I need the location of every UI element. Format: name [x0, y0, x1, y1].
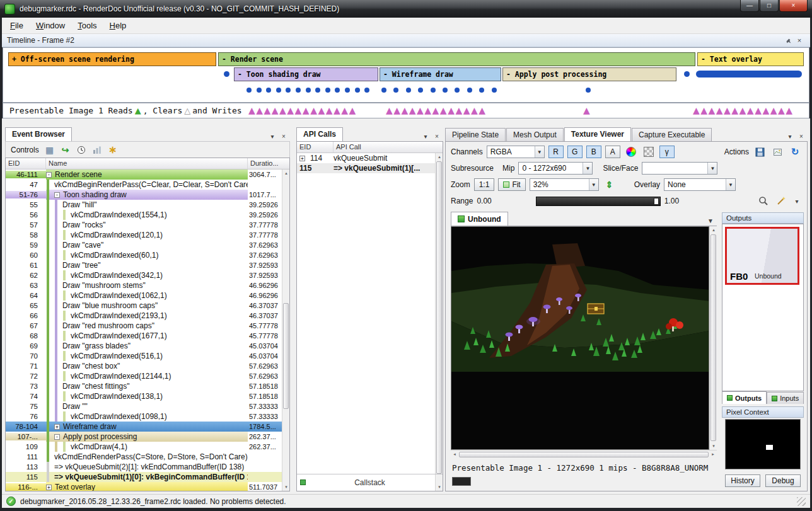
event-row[interactable]: 61Draw "tree"37.92593: [6, 260, 282, 270]
event-row[interactable]: 109vkCmdDraw(4,1)262.37...: [6, 442, 282, 452]
event-row[interactable]: 76vkCmdDrawIndexed(1098,1)57.33333: [6, 411, 282, 422]
event-browser-scrollbar[interactable]: ▴ ▾: [282, 169, 289, 491]
event-row[interactable]: 73Draw "chest fittings"57.18518: [6, 381, 282, 391]
color-wheel-icon[interactable]: [624, 146, 638, 158]
pixel-history-wand-icon[interactable]: [774, 195, 788, 207]
debug-button[interactable]: Debug: [765, 474, 801, 487]
callstack-divider[interactable]: [297, 474, 443, 474]
tab-api-calls[interactable]: API Calls: [296, 127, 343, 141]
column-duration[interactable]: Duratio...: [248, 158, 282, 169]
zoom-dropdown[interactable]: 32%▼: [530, 178, 599, 191]
event-row[interactable]: 63Draw "mushroom stems"46.96296: [6, 280, 282, 290]
api-calls-close-icon[interactable]: ×: [432, 132, 442, 141]
scrollbar-thumb[interactable]: [710, 234, 716, 441]
maximize-button[interactable]: □: [760, 0, 779, 12]
scrollbar-thumb[interactable]: [459, 452, 709, 457]
tab-event-browser[interactable]: Event Browser: [5, 127, 72, 141]
api-call-row[interactable]: 115=> vkQueueSubmit(1)[...: [297, 163, 443, 173]
right-panel-tablist-icon[interactable]: ▾: [785, 132, 795, 141]
event-row[interactable]: 67Draw "red mushroom caps"45.77778: [6, 321, 282, 331]
scroll-up-icon[interactable]: ▴: [436, 153, 443, 161]
timeline-close-icon[interactable]: ×: [794, 35, 805, 45]
tab-unbound-texture[interactable]: Unbound: [451, 212, 508, 226]
tab-mesh-output[interactable]: Mesh Output: [506, 128, 564, 141]
tab-inputs[interactable]: Inputs: [767, 392, 804, 404]
refresh-icon[interactable]: ↻: [788, 146, 802, 158]
event-row[interactable]: 107-...-Apply post processing262.37...: [6, 432, 282, 442]
channel-red-button[interactable]: R: [548, 146, 564, 158]
pin-icon[interactable]: [782, 35, 794, 45]
expander-plus-icon[interactable]: +: [54, 424, 60, 430]
bookmark-star-icon[interactable]: ∗: [108, 145, 118, 155]
event-row[interactable]: 68vkCmdDrawIndexed(1677,1)45.77778: [6, 331, 282, 341]
menu-item-file[interactable]: File: [4, 18, 30, 33]
channel-alpha-button[interactable]: A: [605, 146, 620, 158]
columns-icon[interactable]: ▦: [45, 145, 55, 155]
mip-dropdown[interactable]: 0 - 1272x690▼: [518, 162, 593, 175]
event-row[interactable]: 55Draw "hill"39.25926: [6, 200, 282, 210]
slice-face-dropdown[interactable]: ▼: [642, 162, 717, 175]
event-browser-close-icon[interactable]: ×: [279, 132, 289, 141]
timeline-body[interactable]: + Off-screen scene rendering- Render sce…: [3, 47, 809, 103]
api-calls-scrollbar[interactable]: ▴ ▾: [435, 153, 443, 491]
minimize-button[interactable]: —: [740, 0, 759, 12]
event-row[interactable]: 115=> vkQueueSubmit(1)[0]: vkBeginComman…: [6, 472, 282, 482]
event-row[interactable]: 64vkCmdDrawIndexed(1062,1)46.96296: [6, 290, 282, 301]
scrollbar-thumb[interactable]: [436, 161, 442, 474]
event-row[interactable]: 51-76-Toon shading draw1017.7...: [6, 190, 282, 200]
event-row[interactable]: 47vkCmdBeginRenderPass(C=Clear, D=Clear,…: [6, 180, 282, 190]
pixel-context-view[interactable]: [725, 419, 801, 469]
menu-item-tools[interactable]: Tools: [71, 18, 103, 33]
event-row[interactable]: 71Draw "chest box"57.62963: [6, 361, 282, 371]
gamma-button[interactable]: γ: [659, 146, 675, 158]
event-row[interactable]: 72vkCmdDrawIndexed(12144,1)57.62963: [6, 371, 282, 381]
right-panel-close-icon[interactable]: ×: [796, 132, 806, 141]
expander-plus-icon[interactable]: +: [46, 485, 52, 490]
timeline-marker-bar[interactable]: - Toon shading draw: [234, 67, 378, 81]
event-browser-tablist-icon[interactable]: ▾: [267, 132, 277, 141]
event-row[interactable]: 116-...+Text overlay511.7037: [6, 482, 282, 491]
flip-y-icon[interactable]: ⇕: [603, 178, 617, 191]
event-row[interactable]: 46-111-Render scene3064.7...: [6, 169, 282, 180]
column-eid[interactable]: EID: [6, 158, 46, 169]
expander-minus-icon[interactable]: -: [54, 434, 60, 440]
scrollbar-thumb[interactable]: [283, 303, 289, 409]
channel-green-button[interactable]: G: [567, 146, 583, 158]
timeline-marker-bar[interactable]: - Wireframe draw: [380, 67, 501, 81]
resize-grip-icon[interactable]: [797, 497, 806, 506]
title-bar[interactable]: debugmarker.rdc - RenderDoc Unofficial r…: [0, 0, 812, 18]
timeline-marker-bar[interactable]: + Off-screen scene rendering: [8, 52, 216, 66]
magnifier-icon[interactable]: [757, 195, 770, 207]
expander-minus-icon[interactable]: -: [54, 192, 60, 198]
event-row[interactable]: 62vkCmdDrawIndexed(342,1)37.92593: [6, 270, 282, 280]
event-row[interactable]: 66vkCmdDrawIndexed(2193,1)46.37037: [6, 311, 282, 321]
event-row[interactable]: 69Draw "grass blades"45.03704: [6, 341, 282, 351]
statistics-icon[interactable]: [92, 145, 102, 155]
api-calls-tablist-icon[interactable]: ▾: [420, 132, 431, 141]
scroll-up-icon[interactable]: ▴: [282, 169, 290, 177]
event-row[interactable]: 56vkCmdDrawIndexed(1554,1)39.25926: [6, 210, 282, 220]
texture-horizontal-scrollbar[interactable]: ◂ ▸: [451, 450, 717, 457]
callstack-label[interactable]: Callstack: [297, 478, 443, 487]
column-eid[interactable]: EID: [297, 142, 334, 152]
event-row[interactable]: 113=> vkQueueSubmit(2)[1]: vkEndCommandB…: [6, 462, 282, 472]
timeline-marker-bar[interactable]: - Apply post processing: [502, 67, 676, 81]
column-name[interactable]: Name: [46, 158, 248, 169]
tab-pipeline-state[interactable]: Pipeline State: [445, 128, 506, 141]
zoom-1to1-button[interactable]: 1:1: [474, 178, 495, 191]
range-slider-handle[interactable]: [654, 198, 659, 205]
api-call-row[interactable]: +114vkQueueSubmit: [297, 153, 443, 163]
expander-plus-icon[interactable]: +: [299, 156, 305, 161]
tab-texture-viewer[interactable]: Texture Viewer: [564, 127, 631, 141]
scroll-left-icon[interactable]: ◂: [451, 451, 458, 458]
scroll-right-icon[interactable]: ▸: [709, 451, 717, 458]
event-row[interactable]: 111vkCmdEndRenderPass(C=Store, D=Store, …: [6, 452, 282, 462]
timeline-marker-bar[interactable]: - Text overlay: [697, 52, 804, 66]
event-row[interactable]: 58vkCmdDrawIndexed(120,1)37.77778: [6, 230, 282, 240]
channels-dropdown[interactable]: RGBA▼: [487, 146, 545, 158]
menu-item-window[interactable]: Window: [30, 18, 71, 33]
goto-eid-icon[interactable]: ↪: [61, 145, 71, 155]
event-row[interactable]: 78-104+Wireframe draw1784.5...: [6, 422, 282, 432]
history-button[interactable]: History: [725, 474, 760, 487]
channel-blue-button[interactable]: B: [586, 146, 601, 158]
